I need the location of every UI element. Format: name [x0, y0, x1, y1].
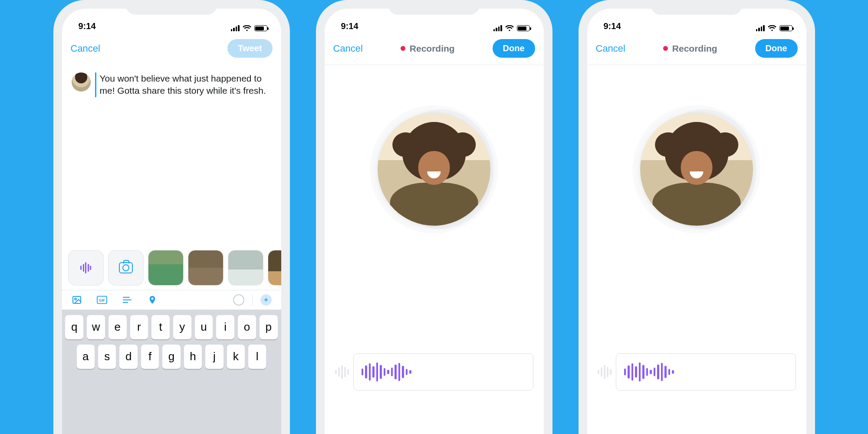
media-picker-row [62, 246, 281, 290]
waveform-row [587, 353, 806, 391]
key[interactable]: p [260, 315, 278, 339]
keyboard-row: q w e r t y u i o p [66, 315, 278, 339]
avatar-image [378, 113, 490, 226]
phone-frame-2: 9:14 Cancel Recording Done [316, 0, 552, 434]
nav-bar: Cancel Recording Done [325, 33, 544, 65]
key[interactable]: w [87, 315, 105, 339]
key[interactable]: h [184, 345, 202, 369]
nav-bar: Cancel Tweet [62, 33, 281, 65]
waveform-row [325, 353, 544, 391]
avatar-recording[interactable] [640, 113, 753, 226]
image-icon[interactable] [72, 295, 82, 305]
recording-status: Recording [363, 43, 493, 54]
key[interactable]: e [108, 315, 127, 339]
key[interactable]: y [173, 315, 191, 339]
compose-toolbar: GIF + [62, 290, 281, 310]
cellular-icon [493, 25, 502, 31]
svg-text:GIF: GIF [99, 298, 105, 302]
battery-icon [254, 25, 267, 31]
camera-tile[interactable] [108, 250, 144, 286]
status-icons [493, 25, 530, 31]
photo-thumbnail[interactable] [148, 250, 184, 286]
device-notch [126, 0, 217, 15]
device-notch [651, 0, 742, 15]
nav-bar: Cancel Recording Done [587, 33, 806, 65]
status-time: 9:14 [341, 21, 358, 31]
avatar-recording[interactable] [378, 113, 490, 226]
phone-frame-3: 9:14 Cancel Recording Done [579, 0, 815, 434]
cancel-button[interactable]: Cancel [333, 43, 363, 54]
avatar [72, 72, 91, 92]
photo-thumbnail[interactable] [268, 250, 281, 286]
add-thread-button[interactable]: + [260, 294, 272, 306]
key[interactable]: i [216, 315, 234, 339]
waveform-icon [362, 362, 411, 381]
recording-body [587, 65, 806, 434]
key[interactable]: t [151, 315, 170, 339]
battery-icon [517, 25, 530, 31]
status-time: 9:14 [604, 21, 621, 31]
key[interactable]: a [77, 345, 95, 369]
done-button[interactable]: Done [755, 39, 798, 58]
keyboard-row: a s d f g h j k l [66, 345, 278, 369]
screen-recording: 9:14 Cancel Recording Done [587, 9, 806, 434]
screen-recording: 9:14 Cancel Recording Done [325, 9, 544, 434]
separator [252, 294, 253, 306]
key[interactable]: u [195, 315, 213, 339]
key[interactable]: l [248, 345, 266, 369]
wifi-icon [768, 25, 776, 31]
avatar-image [640, 113, 753, 226]
status-icons [756, 25, 792, 31]
screen-compose: 9:14 Cancel Tweet You won't believe what… [62, 9, 281, 434]
key[interactable]: q [65, 315, 83, 339]
photo-thumbnail[interactable] [228, 250, 263, 286]
phone-frame-1: 9:14 Cancel Tweet You won't believe what… [53, 0, 290, 434]
cancel-button[interactable]: Cancel [596, 43, 625, 54]
key[interactable]: g [162, 345, 180, 369]
recording-label: Recording [410, 43, 455, 54]
key[interactable]: s [98, 345, 116, 369]
key[interactable]: j [205, 345, 223, 369]
cancel-button[interactable]: Cancel [71, 43, 100, 54]
recording-body [325, 65, 544, 434]
recording-status: Recording [625, 43, 755, 54]
cellular-icon [756, 25, 765, 31]
done-button[interactable]: Done [493, 39, 535, 58]
wifi-icon [505, 25, 514, 31]
key[interactable]: o [238, 315, 256, 339]
recording-label: Recording [672, 43, 717, 54]
key[interactable]: f [141, 345, 159, 369]
wifi-icon [243, 25, 251, 31]
key[interactable]: d [119, 345, 137, 369]
camera-icon [119, 262, 133, 273]
compose-text-input[interactable]: You won't believe what just happened to … [95, 72, 272, 97]
location-icon[interactable] [147, 295, 158, 305]
keyboard[interactable]: q w e r t y u i o p a s d f g h [62, 310, 281, 434]
compose-area: You won't believe what just happened to … [62, 65, 281, 97]
svg-point-1 [75, 298, 76, 300]
character-count-icon [233, 294, 244, 306]
cellular-icon [231, 25, 240, 31]
status-icons [231, 25, 267, 31]
voice-tweet-tile[interactable] [68, 250, 104, 286]
waveform-preview-icon [598, 365, 612, 379]
record-dot-icon [663, 46, 668, 51]
waveform-icon [624, 362, 674, 381]
device-notch [388, 0, 480, 15]
key[interactable]: r [130, 315, 148, 339]
record-dot-icon [401, 46, 405, 51]
waveform-preview-icon [335, 365, 349, 379]
key[interactable]: k [227, 345, 245, 369]
poll-icon[interactable] [122, 295, 132, 305]
voice-clip-card[interactable] [353, 353, 533, 391]
status-time: 9:14 [79, 21, 96, 31]
battery-icon [779, 25, 792, 31]
waveform-icon [80, 262, 91, 273]
gif-icon[interactable]: GIF [97, 295, 107, 305]
photo-thumbnail[interactable] [188, 250, 224, 286]
voice-clip-card[interactable] [616, 353, 796, 391]
tweet-button[interactable]: Tweet [227, 39, 272, 58]
